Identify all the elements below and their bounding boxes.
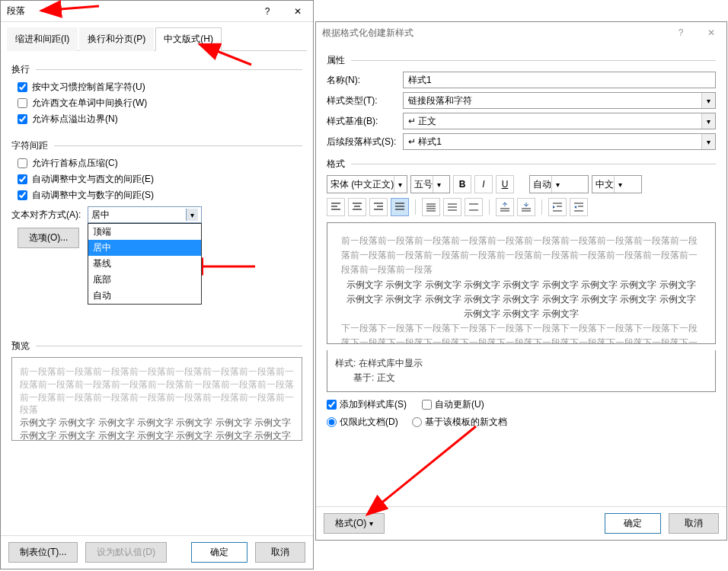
check-latin-wrap[interactable]: 允许西文在单词中间换行(W): [18, 97, 302, 110]
checkbox[interactable]: [18, 190, 27, 200]
name-input[interactable]: [403, 72, 716, 88]
base-label: 样式基准(B):: [327, 115, 403, 128]
info-line-1: 样式: 在样式库中显示: [335, 356, 707, 371]
options-button[interactable]: 选项(O)...: [18, 228, 79, 248]
indent-dec-button[interactable]: [548, 198, 567, 216]
check-cn-number[interactable]: 自动调整中文与数字的间距(S): [18, 189, 302, 202]
option-top[interactable]: 顶端: [88, 224, 201, 240]
tab-page[interactable]: 换行和分页(P): [79, 27, 154, 51]
char-spacing-group: 字符间距: [11, 139, 302, 152]
align-right-button[interactable]: [369, 198, 388, 216]
align-center-button[interactable]: [348, 198, 366, 216]
checkbox[interactable]: [18, 98, 27, 108]
preview-ghost-after: 下一段落下一段落下一段落下一段落下一段落下一段落下一段落下一段落下一段落下一段落…: [341, 321, 701, 344]
text-align-label: 文本对齐方式(A):: [11, 209, 88, 222]
check-compress[interactable]: 允许行首标点压缩(C): [18, 157, 302, 170]
chevron-down-icon: ▾: [551, 176, 564, 193]
add-gallery-check[interactable]: 添加到样式库(S): [327, 398, 407, 411]
italic-button[interactable]: I: [474, 175, 493, 193]
para-space-dec-button[interactable]: [517, 198, 535, 216]
chevron-down-icon: ▾: [701, 134, 715, 149]
line-spacing-2-button[interactable]: [465, 198, 483, 216]
option-bottom[interactable]: 底部: [88, 272, 201, 288]
preview-ghost-before: 前一段落前一段落前一段落前一段落前一段落前一段落前一段落前一段落前一段落前一段落…: [20, 365, 294, 416]
titlebar: 段落 ? ✕: [1, 1, 313, 22]
format-group: 格式: [327, 158, 716, 171]
cancel-button[interactable]: 取消: [255, 542, 305, 563]
next-select[interactable]: ↵ 样式1▾: [403, 133, 716, 150]
line-break-group: 换行: [11, 63, 302, 76]
format-bar-1: 宋体 (中文正文)▾ 五号▾ B I U 自动▾ 中文▾: [327, 175, 716, 193]
label: 自动调整中文与西文的间距(E): [32, 173, 154, 186]
align-justify-button[interactable]: [391, 198, 409, 216]
help-button[interactable]: ?: [666, 22, 696, 43]
format-menu-button[interactable]: 格式(O) ▾: [324, 513, 385, 534]
properties-label: 属性: [327, 54, 345, 67]
only-doc-radio[interactable]: 仅限此文档(D): [327, 416, 398, 429]
bold-button[interactable]: B: [453, 175, 471, 193]
dialog-content: 属性 名称(N): 样式类型(T): 链接段落和字符▾ 样式基准(B): ↵ 正…: [316, 43, 726, 439]
color-select[interactable]: 自动▾: [529, 175, 589, 193]
ok-button[interactable]: 确定: [605, 513, 661, 534]
help-button[interactable]: ?: [252, 1, 283, 22]
button-row: 制表位(T)... 设为默认值(D) 确定 取消: [1, 535, 313, 569]
option-baseline[interactable]: 基线: [88, 256, 201, 272]
base-row: 样式基准(B): ↵ 正文▾: [327, 113, 716, 129]
preview-sample: 示例文字 示例文字 示例文字 示例文字 示例文字 示例文字 示例文字 示例文字 …: [20, 416, 294, 441]
line-spacing-15-button[interactable]: [443, 198, 461, 216]
checkbox[interactable]: [18, 158, 27, 168]
size-select[interactable]: 五号▾: [410, 175, 450, 193]
font-select[interactable]: 宋体 (中文正文)▾: [327, 175, 407, 193]
default-button[interactable]: 设为默认值(D): [85, 542, 167, 563]
type-label: 样式类型(T):: [327, 94, 403, 107]
char-spacing-label: 字符间距: [11, 139, 48, 152]
check-first-last[interactable]: 按中文习惯控制首尾字符(U): [18, 81, 302, 94]
cancel-button[interactable]: 取消: [669, 513, 719, 534]
para-space-inc-button[interactable]: [496, 198, 514, 216]
text-align-select[interactable]: 居中 ▾ 顶端 居中 基线 底部 自动: [88, 206, 202, 223]
preview-group: 预览: [11, 340, 302, 352]
checkbox[interactable]: [18, 82, 27, 92]
dialog-title: 段落: [7, 5, 252, 18]
preview-sample: 示例文字 示例文字 示例文字 示例文字 示例文字 示例文字 示例文字 示例文字 …: [341, 278, 701, 322]
checkbox[interactable]: [18, 174, 27, 184]
name-row: 名称(N):: [327, 72, 716, 88]
info-line-2: 基于: 正文: [335, 371, 707, 385]
close-button[interactable]: ✕: [283, 1, 313, 22]
tabs-button[interactable]: 制表位(T)...: [8, 542, 78, 563]
label: 允许标点溢出边界(N): [32, 113, 118, 126]
ok-button[interactable]: 确定: [191, 542, 247, 563]
chevron-down-icon: ▾: [394, 176, 406, 193]
next-row: 后续段落样式(S): ↵ 样式1▾: [327, 133, 716, 150]
paragraph-dialog: 段落 ? ✕ 缩进和间距(I) 换行和分页(P) 中文版式(H) 换行 按中文习…: [0, 0, 314, 569]
select-box[interactable]: 居中 ▾: [88, 206, 202, 223]
check-cn-latin[interactable]: 自动调整中文与西文的间距(E): [18, 173, 302, 186]
tab-indent[interactable]: 缩进和间距(I): [7, 27, 78, 51]
lang-select[interactable]: 中文▾: [592, 175, 642, 193]
base-select[interactable]: ↵ 正文▾: [403, 113, 716, 129]
select-value: 宋体 (中文正文): [330, 178, 394, 191]
tab-asian[interactable]: 中文版式(H): [155, 27, 222, 51]
preview-box: 前一段落前一段落前一段落前一段落前一段落前一段落前一段落前一段落前一段落前一段落…: [327, 222, 716, 344]
preview-box: 前一段落前一段落前一段落前一段落前一段落前一段落前一段落前一段落前一段落前一段落…: [11, 357, 302, 441]
chevron-down-icon: ▾: [701, 93, 715, 108]
select-value: 五号: [414, 178, 433, 191]
auto-update-check[interactable]: 自动更新(U): [422, 398, 484, 411]
checkbox[interactable]: [18, 114, 27, 124]
label: 允许西文在单词中间换行(W): [32, 97, 147, 110]
name-label: 名称(N):: [327, 74, 403, 87]
check-hanging-punct[interactable]: 允许标点溢出边界(N): [18, 113, 302, 126]
template-radio[interactable]: 基于该模板的新文档: [412, 416, 507, 429]
label: 允许行首标点压缩(C): [32, 157, 118, 170]
close-button[interactable]: ✕: [696, 22, 726, 43]
option-auto[interactable]: 自动: [88, 288, 201, 304]
select-value: ↵ 样式1: [408, 136, 442, 148]
underline-button[interactable]: U: [496, 175, 514, 193]
option-center[interactable]: 居中: [88, 240, 201, 256]
indent-inc-button[interactable]: [570, 198, 588, 216]
titlebar: 根据格式化创建新样式 ? ✕: [316, 22, 726, 43]
align-left-button[interactable]: [327, 198, 345, 216]
select-value: ↵ 正文: [408, 115, 436, 128]
type-select[interactable]: 链接段落和字符▾: [403, 92, 716, 109]
line-spacing-1-button[interactable]: [422, 198, 440, 216]
